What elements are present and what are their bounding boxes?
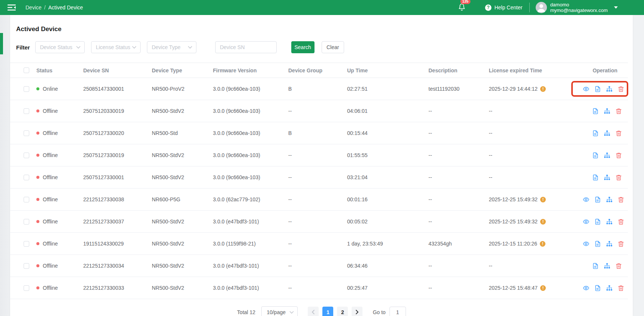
- row-checkbox[interactable]: [24, 263, 29, 269]
- delete-icon[interactable]: [616, 152, 622, 159]
- user-name: damomo: [550, 2, 608, 7]
- app-page: Device / Actived Device 135 Help Center …: [0, 0, 644, 316]
- device-type-value: NR500-Std: [152, 130, 213, 136]
- topology-icon[interactable]: [606, 219, 613, 225]
- help-center-label: Help Center: [494, 4, 523, 10]
- topology-icon[interactable]: [606, 196, 613, 203]
- user-menu[interactable]: damomo mymo@navigateworx.com: [536, 2, 618, 13]
- device-sn-value: 25075127330019: [83, 152, 152, 158]
- device-sn-input[interactable]: [215, 41, 277, 53]
- topology-icon[interactable]: [604, 263, 610, 269]
- breadcrumb-parent[interactable]: Device: [25, 4, 42, 10]
- license-file-icon[interactable]: [592, 263, 599, 269]
- license-status-select[interactable]: License Status: [91, 41, 141, 53]
- col-up-time: Up Time: [347, 67, 428, 73]
- license-file-icon[interactable]: [595, 196, 601, 203]
- device-status-select[interactable]: Device Status: [35, 41, 85, 53]
- page-button-1[interactable]: 1: [322, 307, 333, 316]
- row-checkbox[interactable]: [24, 153, 29, 158]
- row-checkbox[interactable]: [24, 175, 29, 180]
- license-expired-value: 2025-12-15 11:20:26: [489, 241, 537, 247]
- device-type-value: NR500-StdV2: [152, 152, 213, 158]
- status-label: Offline: [43, 130, 58, 136]
- view-icon[interactable]: [583, 86, 589, 92]
- operation-cell: [583, 78, 630, 100]
- operation-cell: [583, 144, 628, 166]
- delete-icon[interactable]: [618, 219, 624, 225]
- device-type-value: NR500-StdV2: [152, 108, 213, 114]
- menu-collapse-icon[interactable]: [7, 4, 16, 11]
- topology-icon[interactable]: [606, 285, 613, 291]
- topology-icon[interactable]: [606, 86, 613, 92]
- topology-icon[interactable]: [604, 152, 610, 159]
- delete-icon[interactable]: [616, 108, 622, 114]
- device-group-value: --: [288, 174, 347, 180]
- delete-icon[interactable]: [618, 196, 624, 203]
- status-dot: [36, 132, 39, 135]
- col-status: Status: [36, 67, 83, 73]
- next-page-button[interactable]: [352, 307, 362, 316]
- license-file-icon[interactable]: [595, 241, 601, 247]
- page-button-2[interactable]: 2: [337, 307, 348, 316]
- help-center-button[interactable]: Help Center: [485, 4, 523, 11]
- device-group-value: --: [288, 263, 347, 269]
- chevron-down-icon: [132, 46, 136, 49]
- col-description: Description: [428, 67, 489, 73]
- notifications-button[interactable]: 135: [458, 3, 466, 12]
- row-checkbox[interactable]: [24, 108, 29, 114]
- row-checkbox[interactable]: [24, 241, 29, 247]
- search-button[interactable]: Search: [291, 41, 315, 53]
- table-row: Offline 22125127330034 NR500-StdV2 3.0.0…: [10, 255, 628, 277]
- delete-icon[interactable]: [616, 263, 622, 269]
- row-checkbox[interactable]: [24, 197, 29, 202]
- status-dot: [36, 176, 39, 179]
- up-time-value: 00:01:16: [347, 196, 428, 202]
- topology-icon[interactable]: [604, 174, 610, 181]
- view-icon[interactable]: [583, 285, 589, 291]
- goto-page-input[interactable]: [389, 307, 406, 316]
- description-value: --: [428, 196, 489, 202]
- notification-badge: 135: [460, 0, 470, 4]
- license-file-icon[interactable]: [592, 174, 599, 181]
- row-checkbox[interactable]: [24, 285, 29, 291]
- prev-page-button[interactable]: [308, 307, 319, 316]
- delete-icon[interactable]: [618, 86, 624, 92]
- col-license-expired-time: License expired Time: [489, 67, 583, 73]
- select-all-checkbox[interactable]: [24, 67, 29, 73]
- license-expired-value: 2025-12-25 15:49:32: [489, 196, 538, 202]
- row-checkbox[interactable]: [24, 130, 29, 136]
- delete-icon[interactable]: [616, 130, 622, 136]
- delete-icon[interactable]: [618, 241, 624, 247]
- status-label: Offline: [43, 108, 58, 114]
- topology-icon[interactable]: [604, 108, 610, 114]
- license-file-icon[interactable]: [592, 152, 599, 159]
- up-time-value: 00:15:44: [347, 130, 428, 136]
- table-row: Offline 25075127330020 NR500-Std 3.0.0 (…: [10, 122, 628, 144]
- col-device-type: Device Type: [152, 67, 213, 73]
- view-icon[interactable]: [583, 219, 589, 225]
- license-file-icon[interactable]: [595, 219, 601, 225]
- description-value: 432354gh: [428, 241, 489, 247]
- page-size-select[interactable]: 10/page: [261, 306, 298, 316]
- topology-icon[interactable]: [606, 241, 613, 247]
- device-type-select[interactable]: Device Type: [147, 41, 196, 53]
- firmware-version-value: 3.0.0 (1159f98-21): [213, 241, 288, 247]
- license-file-icon[interactable]: [592, 108, 599, 114]
- view-icon[interactable]: [583, 196, 589, 203]
- up-time-value: 00:25:47: [347, 285, 428, 291]
- view-icon[interactable]: [583, 241, 589, 247]
- delete-icon[interactable]: [618, 285, 624, 291]
- device-sn-value: 25075127330001: [83, 174, 152, 180]
- chevron-left-icon: [312, 310, 315, 315]
- device-sn-value: 22125127330038: [83, 196, 152, 202]
- license-file-icon[interactable]: [592, 130, 599, 136]
- license-file-icon[interactable]: [595, 86, 601, 92]
- license-expired-value: 2025-12-29 14:44:12: [489, 86, 538, 92]
- row-checkbox[interactable]: [24, 86, 29, 92]
- topology-icon[interactable]: [604, 130, 610, 136]
- clear-button[interactable]: Clear: [322, 41, 344, 53]
- chevron-down-icon: [188, 46, 192, 49]
- row-checkbox[interactable]: [24, 219, 29, 225]
- license-file-icon[interactable]: [595, 285, 601, 291]
- delete-icon[interactable]: [616, 174, 622, 181]
